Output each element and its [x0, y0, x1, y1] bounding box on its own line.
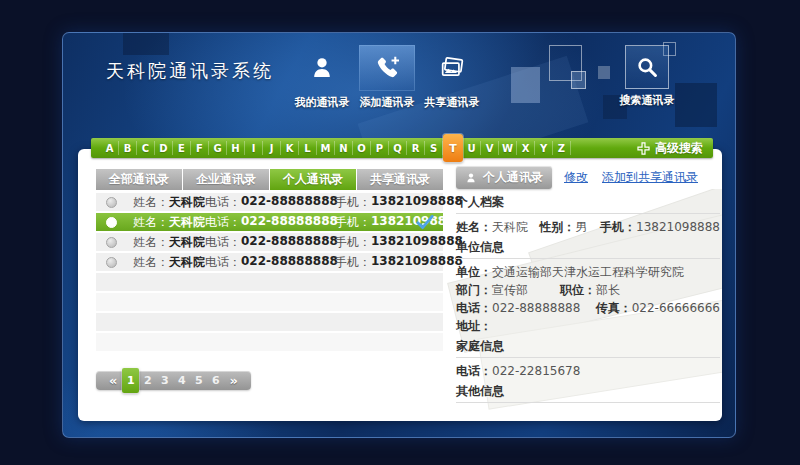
alphabet-letter[interactable]: H [227, 141, 245, 155]
contact-row[interactable]: 姓名：天科院 电话：022-88888888 手机：13821098888 [96, 253, 443, 271]
company-address-row: 地址： [456, 319, 720, 333]
empty-row [96, 313, 443, 331]
detail-actions: 修改 添加到共享通讯录 [564, 169, 698, 189]
nav-item-shared-contacts[interactable]: 共享通讯录 [421, 45, 483, 110]
alphabet-letter[interactable]: G [209, 141, 227, 155]
page-number[interactable]: 4 [173, 371, 190, 390]
alphabet-letter[interactable]: M [317, 141, 335, 155]
category-tab[interactable]: 企业通讯录 [183, 169, 269, 190]
deco-square [123, 33, 169, 55]
section-title-family: 家庭信息 [456, 339, 720, 353]
divider [456, 213, 720, 214]
contact-row[interactable]: 姓名：天科院 电话：022-88888888 手机：13821098888 [96, 213, 443, 231]
divider [456, 402, 720, 403]
page-number[interactable]: 3 [156, 371, 173, 390]
section-title-other: 其他信息 [456, 384, 720, 398]
alphabet-letter[interactable]: P [371, 141, 389, 155]
alphabet-letter[interactable]: B [119, 141, 137, 155]
advanced-search-button[interactable]: 高级搜索 [637, 140, 703, 157]
alphabet-letter[interactable]: V [481, 141, 499, 155]
alphabet-letter[interactable]: A [101, 141, 119, 155]
contact-detail-panel: 个人通讯录 修改 添加到共享通讯录 个人档案 姓名：天科院 性别：男 手机：13… [456, 165, 720, 409]
alphabet-letter[interactable]: Z [553, 141, 571, 155]
nav-item-my-contacts[interactable]: 我的通讯录 [291, 45, 353, 110]
alphabet-letter[interactable]: U [463, 141, 481, 155]
page-number[interactable]: 6 [207, 371, 224, 390]
radio-button[interactable] [106, 237, 117, 248]
modify-link[interactable]: 修改 [564, 169, 588, 186]
category-tabs: 全部通讯录 企业通讯录 个人通讯录 共享通讯录 [96, 169, 443, 190]
nav-item-search[interactable]: 搜索通讯录 [615, 45, 679, 108]
section-title-profile: 个人档案 [456, 195, 720, 209]
contact-name: 姓名：天科院 [133, 254, 205, 271]
alphabet-letter[interactable]: J [263, 141, 281, 155]
company-dept-row: 部门：宣传部 职位：部长 [456, 283, 720, 297]
plus-icon [637, 142, 650, 155]
nav-label: 我的通讯录 [295, 95, 350, 110]
alphabet-letters: A B C D E F G H I J K L [101, 138, 571, 158]
alphabet-letter[interactable]: I [245, 141, 263, 155]
category-tab[interactable]: 共享通讯录 [357, 169, 443, 190]
deco-square [571, 71, 586, 89]
next-page-button[interactable]: » [224, 371, 242, 390]
deco-square [511, 67, 540, 103]
contact-name: 姓名：天科院 [133, 194, 205, 211]
contact-mobile: 手机：13821098888 [335, 194, 463, 211]
alphabet-letter[interactable]: F [191, 141, 209, 155]
alphabet-letter[interactable]: Y [535, 141, 553, 155]
prev-page-button[interactable]: « [104, 371, 122, 390]
search-icon [625, 45, 669, 89]
page-number[interactable]: 1 [122, 368, 139, 393]
alphabet-letter[interactable]: W [499, 141, 517, 155]
contact-type-badge: 个人通讯录 [456, 166, 552, 189]
alphabet-letter[interactable]: K [281, 141, 299, 155]
contact-row[interactable]: 姓名：天科院 电话：022-88888888 手机：13821098888 [96, 233, 443, 251]
category-tab[interactable]: 全部通讯录 [96, 169, 182, 190]
alphabet-letter[interactable]: L [299, 141, 317, 155]
profile-row: 姓名：天科院 性别：男 手机：13821098888 [456, 220, 720, 234]
nav-label: 共享通讯录 [425, 95, 480, 110]
main-panel: 天科院通讯录系统 我的通讯录 添加通讯录 [62, 32, 736, 438]
empty-rows [96, 273, 443, 353]
divider [456, 258, 720, 259]
alphabet-letter[interactable]: C [137, 141, 155, 155]
check-icon [415, 214, 435, 233]
alphabet-letter[interactable]: N [335, 141, 353, 155]
alphabet-letter[interactable]: R [407, 141, 425, 155]
badge-label: 个人通讯录 [483, 169, 543, 186]
radio-button[interactable] [106, 197, 117, 208]
pagination: « 1 2 3 4 5 6 » [96, 371, 251, 390]
alphabet-letter[interactable]: O [353, 141, 371, 155]
contact-name: 姓名：天科院 [133, 214, 205, 231]
page-number[interactable]: 5 [190, 371, 207, 390]
add-to-shared-link[interactable]: 添加到共享通讯录 [602, 169, 698, 186]
page-title: 天科院通讯录系统 [106, 59, 274, 83]
content-panel: 全部通讯录 企业通讯录 个人通讯录 共享通讯录 姓名：天科院 电话：022-88… [78, 149, 722, 421]
contact-mobile: 手机：13821098888 [335, 214, 463, 231]
photos-icon [424, 45, 480, 91]
alphabet-letter[interactable]: E [173, 141, 191, 155]
contact-phone: 电话：022-88888888 [205, 234, 335, 251]
family-phone-row: 电话：022-22815678 [456, 364, 720, 378]
phone-add-icon [359, 45, 415, 91]
contact-row[interactable]: 姓名：天科院 电话：022-88888888 手机：13821098888 [96, 193, 443, 211]
section-title-company: 单位信息 [456, 240, 720, 254]
deco-square [675, 83, 717, 127]
company-unit-row: 单位：交通运输部天津水运工程科学研究院 [456, 265, 720, 279]
empty-row [96, 333, 443, 351]
advanced-search-label: 高级搜索 [655, 140, 703, 157]
alphabet-letter[interactable]: S [425, 141, 443, 155]
nav-item-add-contact[interactable]: 添加通讯录 [356, 45, 418, 110]
radio-button[interactable] [106, 257, 117, 268]
page-number[interactable]: 2 [139, 371, 156, 390]
radio-button[interactable] [106, 217, 117, 228]
detail-header: 个人通讯录 修改 添加到共享通讯录 [456, 165, 720, 189]
alphabet-letter[interactable]: X [517, 141, 535, 155]
alphabet-letter[interactable]: Q [389, 141, 407, 155]
alphabet-letter[interactable]: T [443, 134, 463, 162]
contact-mobile: 手机：13821098888 [335, 234, 463, 251]
category-tab[interactable]: 个人通讯录 [270, 169, 356, 190]
contact-phone: 电话：022-88888888 [205, 254, 335, 271]
contact-phone: 电话：022-88888888 [205, 214, 335, 231]
alphabet-letter[interactable]: D [155, 141, 173, 155]
